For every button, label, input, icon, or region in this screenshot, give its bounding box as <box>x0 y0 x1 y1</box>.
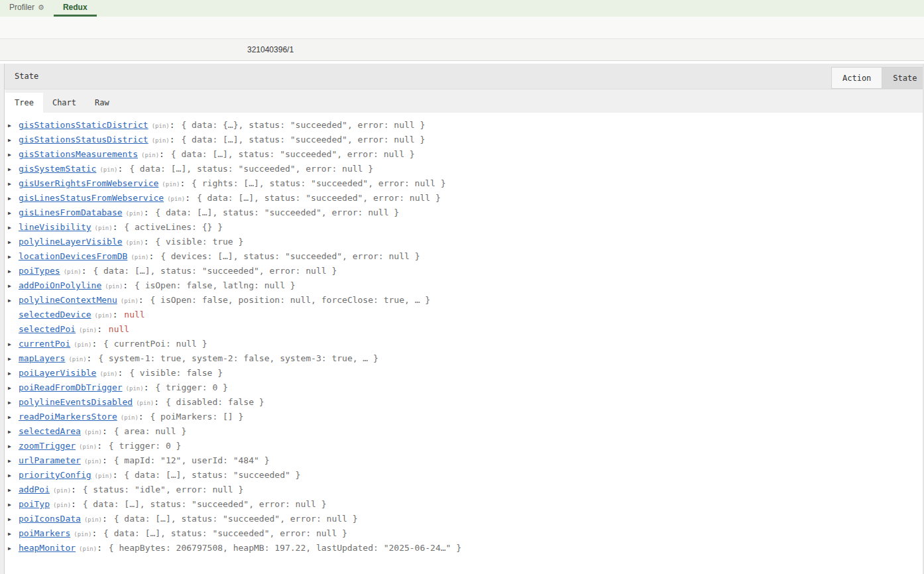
expand-arrow-icon[interactable]: ▶ <box>8 439 19 454</box>
state-key[interactable]: gisLinesStatusFromWebservice <box>19 193 164 203</box>
pin-label[interactable]: (pin) <box>99 371 117 377</box>
state-key[interactable]: gisStationsStaticDistrict <box>19 120 148 130</box>
state-key[interactable]: polylineLayerVisible <box>19 237 123 247</box>
state-tree-row[interactable]: ▶gisSystemStatic(pin): { data: […], stat… <box>5 162 923 176</box>
pin-label[interactable]: (pin) <box>121 414 139 421</box>
pin-label[interactable]: (pin) <box>79 443 97 450</box>
state-tree-row[interactable]: ▶selectedArea(pin): { area: null } <box>5 424 923 439</box>
state-key[interactable]: urlParameter <box>19 455 81 465</box>
state-key[interactable]: poiTyp <box>19 499 50 509</box>
expand-arrow-icon[interactable]: ▶ <box>8 192 19 206</box>
pin-label[interactable]: (pin) <box>53 487 71 494</box>
state-key[interactable]: gisSystemStatic <box>19 164 96 174</box>
expand-arrow-icon[interactable]: ▶ <box>8 337 19 352</box>
expand-arrow-icon[interactable]: ▶ <box>8 352 19 367</box>
pin-label[interactable]: (pin) <box>162 181 180 188</box>
state-key[interactable]: poiMarkers <box>19 528 70 538</box>
pin-label[interactable]: (pin) <box>64 268 82 275</box>
state-key[interactable]: locationDevicesFromDB <box>19 251 127 261</box>
expand-arrow-icon[interactable]: ▶ <box>8 469 19 483</box>
state-tree-row[interactable]: ▶gisLinesStatusFromWebservice(pin): { da… <box>5 191 923 205</box>
state-tree-row[interactable]: ▶addPoiOnPolyline(pin): { isOpen: false,… <box>5 278 923 293</box>
expand-arrow-icon[interactable]: ▶ <box>8 410 19 425</box>
state-key[interactable]: gisUserRightsFromWebservice <box>19 178 158 188</box>
devtools-tab-redux[interactable]: Redux <box>54 0 97 17</box>
expand-arrow-icon[interactable]: ▶ <box>8 542 19 556</box>
subtab-tree[interactable]: Tree <box>5 93 43 113</box>
pin-label[interactable]: (pin) <box>79 545 97 552</box>
state-key[interactable]: readPoiMarkersStore <box>19 412 117 422</box>
state-key[interactable]: gisStationsMeasurements <box>19 149 138 159</box>
state-tree-row[interactable]: ▶readPoiMarkersStore(pin): { poiMarkers:… <box>5 410 923 424</box>
expand-arrow-icon[interactable]: ▶ <box>8 264 19 279</box>
state-tree-row[interactable]: ▶urlParameter(pin): { mapId: "12", userI… <box>5 453 923 468</box>
expand-arrow-icon[interactable]: ▶ <box>8 483 19 498</box>
state-tree-row[interactable]: ▶currentPoi(pin): { currentPoi: null } <box>5 337 923 351</box>
state-key[interactable]: polylineContextMenu <box>19 295 117 305</box>
pin-label[interactable]: (pin) <box>84 516 102 523</box>
state-tree-row[interactable]: ▶selectedPoi(pin): null <box>5 322 923 337</box>
state-key[interactable]: addPoiOnPolyline <box>19 280 101 290</box>
expand-arrow-icon[interactable]: ▶ <box>8 235 19 250</box>
expand-arrow-icon[interactable]: ▶ <box>8 396 19 410</box>
pin-label[interactable]: (pin) <box>53 502 71 508</box>
state-tree-row[interactable]: ▶gisUserRightsFromWebservice(pin): { rig… <box>5 176 923 191</box>
state-tree-row[interactable]: ▶heapMonitor(pin): { heapBytes: 20679750… <box>5 541 923 555</box>
expand-arrow-icon[interactable]: ▶ <box>8 454 19 469</box>
action-list-item[interactable]: 321040396/1 <box>247 39 294 61</box>
expand-arrow-icon[interactable]: ▶ <box>8 206 19 221</box>
state-key[interactable]: currentPoi <box>19 339 70 349</box>
pin-label[interactable]: (pin) <box>74 341 91 348</box>
state-key[interactable]: gisStationsStatusDistrict <box>19 135 148 144</box>
state-key[interactable]: poiLayerVisible <box>19 368 96 378</box>
state-key[interactable]: selectedArea <box>19 426 81 436</box>
pin-label[interactable]: (pin) <box>95 312 113 319</box>
state-tree-row[interactable]: ▶gisStationsStatusDistrict(pin): { data:… <box>5 133 923 147</box>
expand-arrow-icon[interactable]: ▶ <box>8 367 19 381</box>
devtools-tab-profiler[interactable]: Profiler ⚙ <box>0 0 54 17</box>
state-key[interactable]: addPoi <box>19 485 50 494</box>
pin-label[interactable]: (pin) <box>84 458 102 465</box>
state-key[interactable]: poiTypes <box>19 266 60 276</box>
pin-label[interactable]: (pin) <box>141 152 159 158</box>
state-tree-row[interactable]: ▶polylineLayerVisible(pin): { visible: t… <box>5 235 923 249</box>
state-tree-row[interactable]: ▶poiMarkers(pin): { data: […], status: "… <box>5 526 923 541</box>
state-tree-row[interactable]: ▶poiIconsData(pin): { data: […], status:… <box>5 512 923 526</box>
expand-arrow-icon[interactable]: ▶ <box>8 425 19 439</box>
expand-arrow-icon[interactable]: ▶ <box>8 221 19 235</box>
state-tree-row[interactable]: ▶mapLayers(pin): { system-1: true, syste… <box>5 351 923 366</box>
expand-arrow-icon[interactable]: ▶ <box>8 177 19 192</box>
state-tree-row[interactable]: ▶poiReadFromDbTrigger(pin): { trigger: 0… <box>5 380 923 395</box>
state-tree-row[interactable]: ▶polylineContextMenu(pin): { isOpen: fal… <box>5 293 923 308</box>
expand-arrow-icon[interactable]: ▶ <box>8 294 19 308</box>
state-key[interactable]: zoomTrigger <box>19 441 76 451</box>
state-tree-row[interactable]: ▶gisLinesFromDatabase(pin): { data: […],… <box>5 205 923 220</box>
pin-label[interactable]: (pin) <box>105 283 123 290</box>
view-tab-state[interactable]: State <box>882 67 924 89</box>
pin-label[interactable]: (pin) <box>74 531 91 538</box>
state-key[interactable]: selectedDevice <box>19 310 91 319</box>
state-key[interactable]: priorityConfig <box>19 470 91 480</box>
expand-arrow-icon[interactable]: ▶ <box>8 133 19 148</box>
expand-arrow-icon[interactable]: ▶ <box>8 148 19 162</box>
pin-label[interactable]: (pin) <box>167 196 185 202</box>
state-key[interactable]: poiIconsData <box>19 514 81 524</box>
pin-label[interactable]: (pin) <box>68 356 86 363</box>
expand-arrow-icon[interactable]: ▶ <box>8 250 19 264</box>
state-tree-row[interactable]: ▶locationDevicesFromDB(pin): { devices: … <box>5 249 923 264</box>
state-tree-row[interactable]: ▶poiLayerVisible(pin): { visible: false … <box>5 366 923 380</box>
pin-label[interactable]: (pin) <box>136 400 154 406</box>
expand-arrow-icon[interactable]: ▶ <box>8 279 19 294</box>
state-tree-row[interactable]: ▶selectedDevice(pin): null <box>5 308 923 322</box>
subtab-chart[interactable]: Chart <box>43 93 86 113</box>
expand-arrow-icon[interactable]: ▶ <box>8 381 19 396</box>
state-tree-row[interactable]: ▶zoomTrigger(pin): { trigger: 0 } <box>5 439 923 453</box>
pin-label[interactable]: (pin) <box>152 137 170 144</box>
state-key[interactable]: selectedPoi <box>19 324 76 334</box>
state-key[interactable]: lineVisibility <box>19 222 91 232</box>
expand-arrow-icon[interactable]: ▶ <box>8 512 19 527</box>
state-key[interactable]: mapLayers <box>19 353 65 363</box>
state-key[interactable]: gisLinesFromDatabase <box>19 207 123 217</box>
pin-label[interactable]: (pin) <box>99 166 117 173</box>
expand-arrow-icon[interactable]: ▶ <box>8 498 19 512</box>
